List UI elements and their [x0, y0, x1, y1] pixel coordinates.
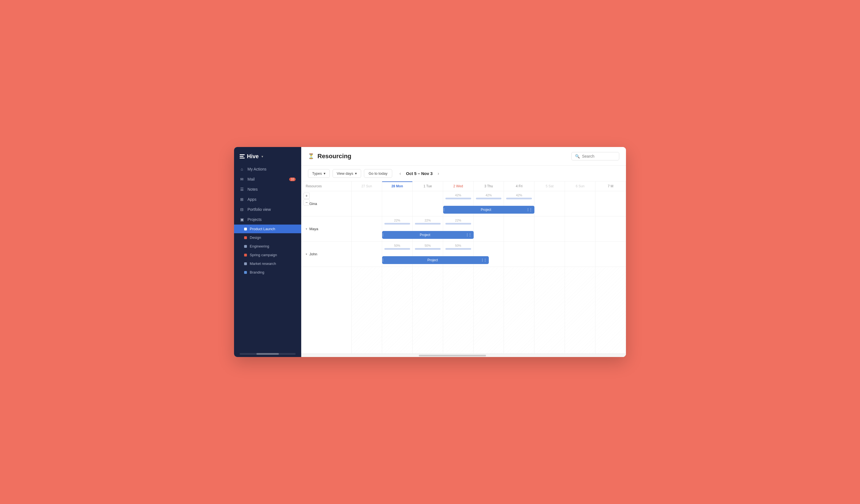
view-days-button[interactable]: View days ▾ — [333, 169, 361, 178]
design-dot — [244, 236, 247, 239]
maya-row: ▾ Maya 22% 22% — [301, 216, 626, 242]
empty-name-cell — [301, 267, 352, 354]
search-box[interactable]: 🔍 — [571, 152, 619, 160]
john-2wed-bar — [445, 248, 471, 250]
gina-row: ▾ Gina 42% 42% — [301, 191, 626, 216]
sidebar-item-product-launch[interactable]: Product Launch — [234, 225, 301, 233]
maya-28mon-bar — [384, 223, 410, 225]
john-col-6sun — [565, 242, 596, 267]
maya-2wed-pct: 22% — [443, 216, 473, 222]
empty-col-9 — [596, 267, 626, 354]
spring-campaign-dot — [244, 254, 247, 257]
gina-col-7m — [596, 191, 626, 216]
sidebar-item-notes[interactable]: ☰ Notes — [234, 184, 301, 194]
page-title: Resourcing — [317, 153, 568, 160]
john-col-4fri — [504, 242, 534, 267]
john-name-cell: ▾ John — [301, 242, 352, 267]
empty-col-8 — [565, 267, 596, 354]
h-scrollbar-thumb[interactable] — [419, 355, 486, 357]
date-range: Oct 5 – Nov 3 — [406, 171, 432, 176]
notes-icon: ☰ — [240, 187, 244, 191]
col-header-1tue: 1 Tue — [413, 182, 443, 191]
sidebar-item-portfolio-view[interactable]: ⊟ Portfolio view — [234, 204, 301, 215]
col-header-6sun: 6 Sun — [565, 182, 596, 191]
sidebar-scrollbar[interactable] — [240, 353, 296, 355]
maya-1tue-bar — [415, 223, 441, 225]
types-button[interactable]: Types ▾ — [308, 169, 330, 178]
zoom-out-button[interactable]: − — [303, 199, 310, 205]
gina-project-bar[interactable]: Project ⋮ — [443, 206, 535, 214]
maya-col-5sat — [534, 216, 565, 242]
col-header-5sat: 5 Sat — [534, 182, 565, 191]
maya-project-bar-label: Project — [384, 233, 467, 237]
maya-chevron: ▾ — [306, 227, 307, 230]
sidebar-item-projects[interactable]: ▣ Projects — [234, 215, 301, 225]
john-label: John — [309, 252, 317, 256]
market-research-dot — [244, 262, 247, 265]
sidebar-item-design[interactable]: Design — [234, 233, 301, 242]
branding-dot — [244, 271, 247, 274]
sidebar-item-mail[interactable]: ✉ Mail 10 — [234, 174, 301, 184]
john-col-7m — [596, 242, 626, 267]
empty-col-7 — [534, 267, 565, 354]
maya-col-27sun — [352, 216, 382, 242]
calendar-header: Resources 27 Sun 28 Mon 1 Tue — [301, 182, 626, 191]
col-header-27sun: 27 Sun — [352, 182, 382, 191]
resources-header-cell: Resources — [301, 182, 352, 191]
col-header-28mon: 28 Mon — [382, 182, 413, 191]
empty-col-5 — [474, 267, 504, 354]
empty-col-1 — [352, 267, 382, 354]
go-to-today-button[interactable]: Go to today — [364, 169, 392, 178]
sidebar-item-spring-campaign[interactable]: Spring campaign — [234, 250, 301, 259]
engineering-dot — [244, 245, 247, 248]
john-project-bar-more[interactable]: ⋮ — [483, 258, 487, 262]
sidebar-nav: ⌂ My Actions ✉ Mail 10 ☰ Notes ⊞ Apps ⊟ — [234, 164, 301, 351]
john-1tue-pct: 50% — [413, 242, 443, 247]
maya-project-bar[interactable]: Project ⋮ — [382, 231, 474, 239]
gina-3thu-bar — [476, 198, 502, 199]
maya-name-cell: ▾ Maya — [301, 216, 352, 242]
maya-col-3thu — [474, 216, 504, 242]
sidebar-item-branding[interactable]: Branding — [234, 268, 301, 277]
john-col-5sat — [534, 242, 565, 267]
gina-project-bar-more[interactable]: ⋮ — [529, 207, 533, 212]
gina-4fri-bar — [506, 198, 532, 199]
gina-label: Gina — [309, 202, 317, 206]
maya-col-6sun — [565, 216, 596, 242]
product-launch-dot — [244, 228, 247, 230]
date-nav: ‹ Oct 5 – Nov 3 › — [397, 170, 442, 177]
john-project-bar[interactable]: Project ⋮ — [382, 256, 489, 264]
gina-2wed-pct: 42% — [443, 191, 473, 197]
gina-col-5sat — [534, 191, 565, 216]
maya-28mon-pct: 22% — [382, 216, 412, 222]
maya-col-7m — [596, 216, 626, 242]
empty-col-4 — [443, 267, 474, 354]
john-col-27sun — [352, 242, 382, 267]
zoom-in-button[interactable]: + — [303, 193, 310, 199]
calendar-wrapper[interactable]: + − Resources 27 Sun 28 Mon — [301, 182, 626, 357]
sidebar-dropdown-icon[interactable]: ▾ — [261, 155, 263, 158]
maya-project-bar-more[interactable]: ⋮ — [468, 233, 472, 237]
view-days-dropdown-icon: ▾ — [355, 171, 357, 175]
app-title: Hive — [247, 153, 259, 160]
sidebar-item-apps[interactable]: ⊞ Apps — [234, 194, 301, 204]
main-content: ⏳ Resourcing 🔍 Types ▾ View days ▾ Go to… — [301, 147, 626, 357]
sidebar-item-engineering[interactable]: Engineering — [234, 242, 301, 250]
col-header-3thu: 3 Thu — [474, 182, 504, 191]
sidebar-item-market-research[interactable]: Market research — [234, 259, 301, 268]
mail-badge: 10 — [289, 177, 296, 181]
sidebar-item-my-actions[interactable]: ⌂ My Actions — [234, 164, 301, 174]
sidebar: Hive ▾ ⌂ My Actions ✉ Mail 10 ☰ Notes ⊞ — [234, 147, 301, 357]
maya-col-4fri — [504, 216, 534, 242]
empty-col-2 — [382, 267, 413, 354]
search-input[interactable] — [582, 154, 616, 158]
john-chevron: ▾ — [306, 253, 307, 256]
next-date-button[interactable]: › — [435, 170, 441, 177]
gina-3thu-pct: 42% — [474, 191, 504, 197]
calendar-container: + − Resources 27 Sun 28 Mon — [301, 182, 626, 357]
h-scrollbar-track[interactable] — [301, 354, 626, 357]
john-28mon-pct: 50% — [382, 242, 412, 247]
prev-date-button[interactable]: ‹ — [397, 170, 403, 177]
john-row: ▾ John 50% 50% — [301, 242, 626, 267]
gina-col-1tue — [413, 191, 443, 216]
